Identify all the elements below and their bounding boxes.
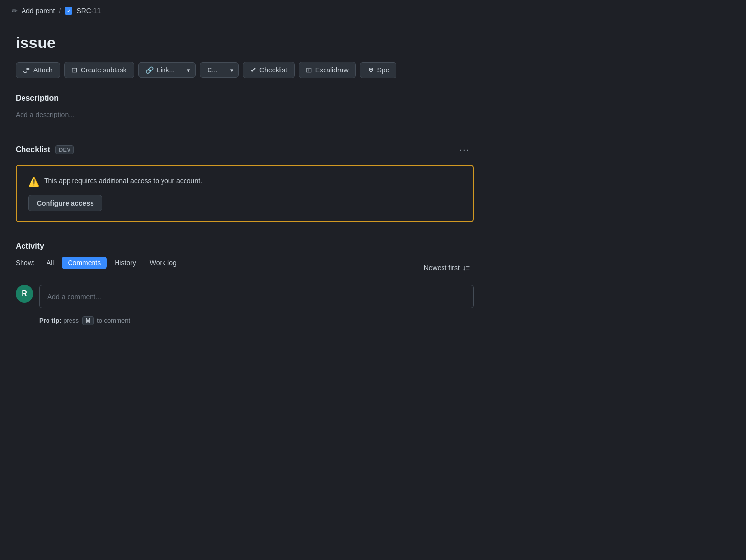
checklist-toolbar-icon: ✔ [250,66,256,74]
c-label: C... [207,66,218,74]
issue-id-link[interactable]: SRC-11 [76,7,101,15]
add-parent-link[interactable]: Add parent [22,7,55,15]
c-dropdown: C... ▾ [200,62,239,78]
sort-button[interactable]: Newest first ↓≡ [420,261,474,274]
breadcrumb-separator: / [59,7,61,15]
link-label: Link... [157,66,175,74]
checklist-label: Checklist [259,66,287,74]
configure-access-button[interactable]: Configure access [28,195,102,211]
create-subtask-button[interactable]: ⊡ Create subtask [64,62,134,78]
activity-header-row: Show: All Comments History Work log Newe… [16,257,474,279]
sort-icon: ↓≡ [463,264,470,272]
issue-checkbox-icon: ✓ [65,7,72,15]
checklist-button[interactable]: ✔ Checklist [243,62,295,78]
tab-comments[interactable]: Comments [62,257,107,269]
checklist-header: Checklist DEV ··· [16,142,474,157]
user-avatar: R [16,285,33,303]
attach-button[interactable]: 🖇 Attach [16,62,60,78]
checklist-section: Checklist DEV ··· ⚠️ This app requires a… [16,142,474,222]
link-button[interactable]: 🔗 Link... [139,63,182,77]
c-button[interactable]: C... [200,63,225,77]
checklist-badge: DEV [55,145,74,154]
checklist-warning-content: ⚠️ This app requires additional access t… [28,176,461,187]
create-subtask-label: Create subtask [81,66,127,74]
pro-tip-text: press [63,317,80,324]
comment-placeholder: Add a comment... [47,293,101,301]
comment-input[interactable]: Add a comment... [39,285,474,308]
subtask-icon: ⊡ [71,66,78,74]
link-dropdown: 🔗 Link... ▾ [138,62,196,78]
activity-show-label: Show: [16,259,35,267]
activity-section: Activity Show: All Comments History Work… [16,242,474,325]
issue-title: issue [16,34,474,52]
tab-history[interactable]: History [109,257,142,269]
excalidraw-icon: ⊞ [306,66,312,74]
activity-header: Show: All Comments History Work log [16,257,183,269]
attach-label: Attach [33,66,53,74]
pencil-icon: ✏ [12,7,18,15]
description-placeholder[interactable]: Add a description... [16,107,474,122]
description-heading: Description [16,94,474,103]
pro-tip-action: to comment [97,317,130,324]
c-dropdown-arrow[interactable]: ▾ [225,63,238,77]
activity-heading: Activity [16,242,474,251]
attach-icon: 🖇 [23,66,30,74]
tab-worklog[interactable]: Work log [144,257,183,269]
spe-button[interactable]: 🎙 Spe [360,62,397,78]
checklist-warning-box: ⚠️ This app requires additional access t… [16,165,474,222]
mic-icon: 🎙 [367,66,374,74]
pro-tip: Pro tip: press M to comment [39,316,474,325]
warning-icon: ⚠️ [28,176,39,187]
checklist-more-button[interactable]: ··· [455,142,474,157]
comment-area: R Add a comment... [16,285,474,308]
toolbar: 🖇 Attach ⊡ Create subtask 🔗 Link... ▾ C.… [16,62,474,78]
checklist-heading: Checklist [16,145,50,154]
excalidraw-label: Excalidraw [315,66,349,74]
tab-all[interactable]: All [41,257,60,269]
link-icon: 🔗 [145,66,154,74]
excalidraw-button[interactable]: ⊞ Excalidraw [299,62,356,78]
key-m-badge: M [82,316,94,325]
link-dropdown-arrow[interactable]: ▾ [182,63,195,77]
description-section: Description Add a description... [16,94,474,122]
chevron-down-icon: ▾ [187,67,190,74]
spe-label: Spe [377,66,390,74]
c-chevron-icon: ▾ [230,67,233,74]
avatar-letter: R [22,289,27,298]
breadcrumb: ✏ Add parent / ✓ SRC-11 [0,0,746,22]
main-content: issue 🖇 Attach ⊡ Create subtask 🔗 Link..… [0,22,490,337]
pro-tip-label: Pro tip: [39,317,62,324]
warning-text: This app requires additional access to y… [44,176,202,186]
activity-tabs: All Comments History Work log [41,257,183,269]
sort-label: Newest first [424,264,460,272]
checklist-title-area: Checklist DEV [16,145,74,154]
